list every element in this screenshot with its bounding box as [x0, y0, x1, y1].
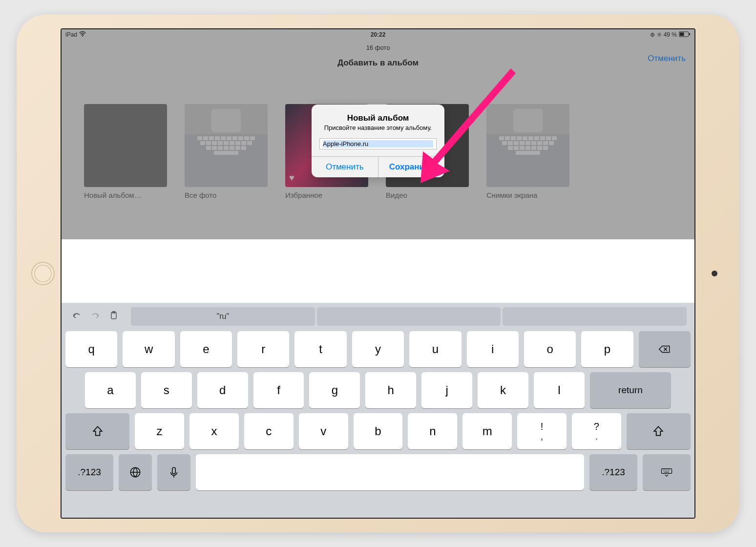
- key-x[interactable]: x: [189, 413, 239, 449]
- home-button[interactable]: [31, 262, 55, 285]
- key-p[interactable]: p: [581, 331, 633, 367]
- key-backspace[interactable]: [639, 331, 691, 367]
- battery-percent: 49 %: [664, 31, 677, 38]
- keyboard-row-3: z x c v b n m !, ?.: [65, 413, 691, 449]
- alert-save-button[interactable]: Сохранить: [378, 157, 445, 177]
- alert-cancel-button[interactable]: Отменить: [312, 157, 378, 177]
- battery-icon: [679, 31, 691, 39]
- album-label: Видео: [386, 191, 469, 199]
- key-l[interactable]: l: [534, 372, 585, 408]
- key-z[interactable]: z: [135, 413, 184, 449]
- album-label: Избранное: [285, 191, 368, 199]
- album-all-photos[interactable]: Все фото: [185, 104, 268, 199]
- orientation-lock-icon: ⊕: [650, 31, 655, 38]
- key-v[interactable]: v: [299, 413, 348, 449]
- key-w[interactable]: w: [123, 331, 174, 367]
- on-screen-keyboard: "ru" q w e r t y u i o p: [62, 303, 694, 518]
- page-header: 16 фото Добавить в альбом Отменить: [62, 40, 694, 70]
- keyboard-row-2: a s d f g h j k l return: [65, 372, 691, 408]
- clipboard-icon[interactable]: [106, 311, 121, 323]
- cancel-button[interactable]: Отменить: [648, 54, 686, 63]
- front-camera: [712, 271, 717, 276]
- key-exclaim-comma[interactable]: !,: [517, 413, 567, 449]
- key-c[interactable]: c: [244, 413, 294, 449]
- device-label: iPad: [65, 31, 77, 38]
- keyboard-toolbar: "ru": [65, 307, 691, 326]
- album-thumb: [486, 104, 569, 187]
- album-label: Все фото: [185, 191, 268, 199]
- key-r[interactable]: r: [237, 331, 289, 367]
- svg-rect-2: [680, 32, 684, 36]
- undo-icon[interactable]: [69, 310, 84, 323]
- key-return[interactable]: return: [590, 372, 671, 408]
- album-name-input[interactable]: [323, 140, 433, 147]
- keyboard-row-1: q w e r t y u i o p: [65, 331, 691, 367]
- key-n[interactable]: n: [408, 413, 457, 449]
- screen: iPad 20:22 ⊕ ✱ 49 % 16 фото Добавит: [61, 28, 695, 519]
- bluetooth-icon: ✱: [657, 31, 662, 38]
- clock: 20:22: [371, 31, 386, 38]
- key-d[interactable]: d: [197, 372, 248, 408]
- key-e[interactable]: e: [180, 331, 232, 367]
- key-m[interactable]: m: [462, 413, 512, 449]
- svg-point-0: [82, 36, 83, 37]
- key-y[interactable]: y: [352, 331, 404, 367]
- alert-input-wrapper: [319, 138, 437, 149]
- key-hide-keyboard[interactable]: [643, 454, 691, 490]
- wifi-icon: [79, 31, 86, 39]
- key-i[interactable]: i: [467, 331, 519, 367]
- key-shift-right[interactable]: [627, 413, 691, 449]
- redo-icon[interactable]: [88, 310, 103, 323]
- keyboard-suggestion-empty[interactable]: [317, 307, 501, 326]
- key-f[interactable]: f: [253, 372, 304, 408]
- keyboard-suggestion-empty[interactable]: [503, 307, 687, 326]
- album-label: Новый альбом…: [84, 191, 167, 199]
- album-new[interactable]: Новый альбом…: [84, 104, 167, 199]
- album-screenshots[interactable]: Снимки экрана: [486, 104, 569, 199]
- key-dictation[interactable]: [157, 454, 190, 490]
- new-album-alert: Новый альбом Присвойте название этому ал…: [312, 105, 444, 177]
- keyboard-suggestion[interactable]: "ru": [131, 307, 315, 326]
- key-globe[interactable]: [119, 454, 152, 490]
- key-question-period[interactable]: ?.: [572, 413, 621, 449]
- key-t[interactable]: t: [294, 331, 346, 367]
- status-bar: iPad 20:22 ⊕ ✱ 49 %: [62, 29, 694, 40]
- ipad-device-frame: iPad 20:22 ⊕ ✱ 49 % 16 фото Добавит: [17, 15, 739, 532]
- page-title: Добавить в альбом: [62, 58, 694, 68]
- key-j[interactable]: j: [421, 372, 472, 408]
- key-h[interactable]: h: [365, 372, 416, 408]
- key-u[interactable]: u: [409, 331, 461, 367]
- photo-count: 16 фото: [62, 44, 694, 51]
- svg-rect-3: [689, 33, 690, 35]
- key-o[interactable]: o: [524, 331, 576, 367]
- album-thumb: [185, 104, 268, 187]
- key-shift-left[interactable]: [65, 413, 129, 449]
- key-k[interactable]: k: [478, 372, 528, 408]
- key-b[interactable]: b: [354, 413, 403, 449]
- key-q[interactable]: q: [65, 331, 117, 367]
- key-numbers-left[interactable]: .?123: [65, 454, 113, 490]
- key-g[interactable]: g: [309, 372, 360, 408]
- album-thumb: [84, 104, 167, 187]
- keyboard-row-4: .?123 .?123: [65, 454, 691, 490]
- key-space[interactable]: [196, 454, 584, 490]
- svg-rect-7: [172, 467, 176, 474]
- alert-message: Присвойте название этому альбому.: [319, 124, 437, 131]
- key-a[interactable]: a: [85, 372, 136, 408]
- key-s[interactable]: s: [141, 372, 192, 408]
- album-label: Снимки экрана: [486, 191, 569, 199]
- key-numbers-right[interactable]: .?123: [589, 454, 637, 490]
- heart-icon: ♥: [289, 173, 294, 183]
- alert-title: Новый альбом: [319, 113, 437, 123]
